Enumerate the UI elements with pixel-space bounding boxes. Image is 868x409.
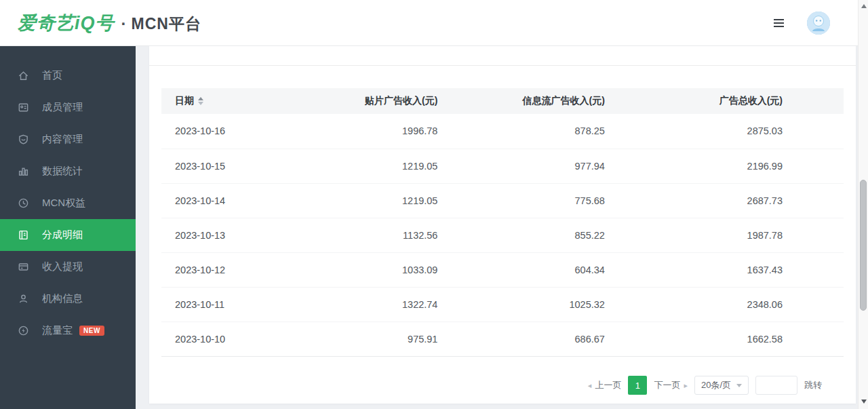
sort-icon[interactable] [198, 97, 203, 105]
bolt-icon [17, 325, 29, 337]
cell-date: 2023-10-13 [161, 218, 311, 252]
cell-feed: 977.94 [437, 149, 604, 183]
cell-preroll: 1132.56 [311, 218, 437, 252]
header-actions [774, 12, 850, 35]
sidebar-item-org-info[interactable]: 机构信息 [0, 283, 136, 315]
table-header: 日期 贴片广告收入(元) 信息流广告收入(元) 广告总收入(元) [161, 88, 844, 114]
members-icon [17, 102, 29, 114]
shield-icon [17, 134, 29, 146]
cell-feed: 686.67 [437, 322, 604, 356]
jump-page-input[interactable] [755, 376, 797, 395]
cell-preroll: 1033.09 [311, 252, 437, 287]
prev-page-button[interactable]: ◂ 上一页 [588, 379, 622, 391]
sidebar-item-label: 收入提现 [42, 260, 83, 273]
column-header-preroll: 贴片广告收入(元) [311, 88, 437, 114]
sidebar-item-label: 内容管理 [42, 133, 83, 146]
table-row: 2023-10-12 1033.09 604.34 1637.43 [161, 252, 844, 287]
cell-total: 1987.78 [605, 218, 844, 252]
next-page-button[interactable]: 下一页 ▸ [654, 379, 688, 391]
cell-total: 2687.73 [605, 183, 844, 218]
ledger-icon [17, 229, 29, 241]
current-page-button[interactable]: 1 [628, 376, 647, 395]
sidebar-item-stats[interactable]: 数据统计 [0, 155, 136, 187]
main-content: 日期 贴片广告收入(元) 信息流广告收入(元) 广告总收入(元) [136, 46, 868, 409]
cell-date: 2023-10-10 [161, 322, 311, 356]
content-card: 日期 贴片广告收入(元) 信息流广告收入(元) 广告总收入(元) [149, 46, 856, 404]
cell-preroll: 1219.05 [311, 183, 437, 218]
clock-icon [17, 197, 29, 210]
person-icon [17, 293, 29, 305]
chevron-down-icon [736, 384, 742, 387]
cell-date: 2023-10-16 [161, 114, 311, 149]
cell-date: 2023-10-14 [161, 183, 311, 218]
sidebar-item-label: MCN权益 [42, 197, 85, 210]
jump-button[interactable]: 跳转 [804, 379, 822, 391]
table-row: 2023-10-13 1132.56 855.22 1987.78 [161, 218, 844, 252]
pagination: ◂ 上一页 1 下一页 ▸ 20条/页 跳转 [588, 376, 822, 395]
sidebar-nav: 首页 成员管理 内容管理 数据统计 [0, 46, 136, 409]
cell-feed: 855.22 [437, 218, 604, 252]
card-top-strip [149, 46, 856, 66]
vertical-scrollbar[interactable] [858, 0, 868, 409]
new-badge: NEW [79, 326, 104, 336]
table-row: 2023-10-10 975.91 686.67 1662.58 [161, 322, 844, 356]
sidebar-item-label: 首页 [42, 69, 62, 82]
logo-brand-text: 爱奇艺iQ号 [18, 11, 115, 35]
page-size-select[interactable]: 20条/页 [694, 376, 749, 395]
table-row: 2023-10-14 1219.05 775.68 2687.73 [161, 183, 844, 218]
cell-total: 2348.06 [605, 287, 844, 322]
scroll-down-icon[interactable] [861, 400, 867, 404]
card-body: 日期 贴片广告收入(元) 信息流广告收入(元) 广告总收入(元) [149, 66, 856, 357]
scrollbar-thumb[interactable] [860, 180, 867, 311]
sidebar-item-traffic[interactable]: 流量宝 NEW [0, 315, 136, 347]
table-row: 2023-10-11 1322.74 1025.32 2348.06 [161, 287, 844, 322]
cell-total: 2196.99 [605, 149, 844, 183]
table-row: 2023-10-15 1219.05 977.94 2196.99 [161, 149, 844, 183]
sidebar-item-label: 流量宝 [42, 324, 73, 337]
sidebar-item-label: 数据统计 [42, 165, 83, 178]
column-header-feed: 信息流广告收入(元) [437, 88, 604, 114]
cell-date: 2023-10-15 [161, 149, 311, 183]
logo-separator: · [121, 14, 127, 33]
user-avatar[interactable] [807, 12, 830, 35]
cell-preroll: 1322.74 [311, 287, 437, 322]
cell-total: 1637.43 [605, 252, 844, 287]
app-logo[interactable]: 爱奇艺iQ号 · MCN平台 [18, 11, 201, 35]
sidebar-item-label: 分成明细 [42, 229, 83, 241]
sidebar-item-content[interactable]: 内容管理 [0, 123, 136, 155]
top-header: 爱奇艺iQ号 · MCN平台 [0, 0, 868, 46]
sidebar-item-revenue-detail[interactable]: 分成明细 [0, 219, 136, 251]
sidebar-item-home[interactable]: 首页 [0, 60, 136, 92]
menu-icon[interactable] [774, 19, 784, 27]
cell-feed: 604.34 [437, 252, 604, 287]
sidebar-item-members[interactable]: 成员管理 [0, 92, 136, 123]
logo-product-text: MCN平台 [132, 14, 201, 35]
cell-feed: 1025.32 [437, 287, 604, 322]
column-header-date[interactable]: 日期 [161, 88, 311, 114]
cell-feed: 878.25 [437, 114, 604, 149]
cell-total: 1662.58 [605, 322, 844, 356]
cell-date: 2023-10-11 [161, 287, 311, 322]
column-header-total: 广告总收入(元) [605, 88, 844, 114]
home-icon [17, 70, 29, 82]
scroll-up-icon[interactable] [861, 4, 867, 8]
revenue-table: 日期 贴片广告收入(元) 信息流广告收入(元) 广告总收入(元) [161, 88, 844, 357]
table-row: 2023-10-16 1996.78 878.25 2875.03 [161, 114, 844, 149]
avatar-icon [807, 12, 830, 35]
wallet-icon [17, 261, 29, 273]
cell-date: 2023-10-12 [161, 252, 311, 287]
cell-feed: 775.68 [437, 183, 604, 218]
sidebar-item-withdraw[interactable]: 收入提现 [0, 251, 136, 283]
cell-total: 2875.03 [605, 114, 844, 149]
sidebar-item-mcn-rights[interactable]: MCN权益 [0, 187, 136, 219]
cell-preroll: 975.91 [311, 322, 437, 356]
cell-preroll: 1219.05 [311, 149, 437, 183]
sidebar-item-label: 机构信息 [42, 292, 83, 305]
chart-icon [17, 165, 29, 178]
chevron-right-icon: ▸ [684, 381, 688, 390]
chevron-left-icon: ◂ [588, 381, 592, 390]
cell-preroll: 1996.78 [311, 114, 437, 149]
sidebar-item-label: 成员管理 [42, 101, 83, 114]
